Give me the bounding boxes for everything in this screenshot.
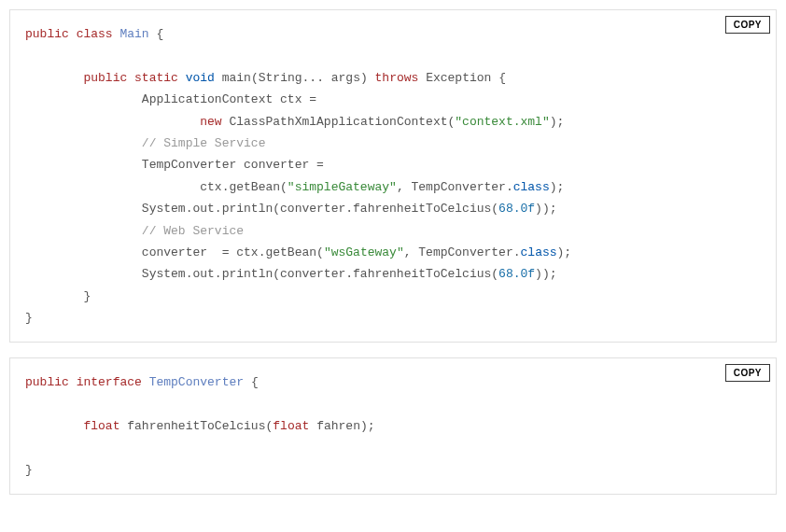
code-block-1: COPY public class Main { public static v…: [9, 9, 777, 343]
indent: [25, 180, 200, 194]
space: [142, 375, 149, 389]
exception-decl: Exception {: [418, 71, 506, 85]
indent: [25, 71, 83, 85]
code-block-2: COPY public interface TempConverter { fl…: [9, 357, 777, 495]
code-blank-line: [10, 438, 776, 459]
copy-button[interactable]: COPY: [725, 364, 770, 382]
code-text: ApplicationContext ctx =: [142, 92, 316, 106]
code-text: System.out.println(converter.fahrenheitT…: [142, 267, 498, 281]
indent: [25, 115, 200, 129]
indent: [25, 224, 142, 238]
code-line: converter = ctx.getBean("wsGateway", Tem…: [10, 242, 776, 263]
class-literal: class: [521, 245, 557, 259]
code-text: TempConverter converter =: [142, 158, 324, 172]
number-literal: 68.0f: [498, 267, 535, 281]
comment: // Simple Service: [142, 136, 266, 150]
code-text: System.out.println(converter.fahrenheitT…: [142, 202, 498, 216]
keyword-interface: interface: [77, 375, 142, 389]
code-line: // Web Service: [10, 220, 776, 242]
code-text: );: [557, 245, 572, 259]
code-text: );: [550, 180, 565, 194]
brace: }: [25, 311, 33, 325]
space: [69, 375, 77, 389]
number-literal: 68.0f: [498, 202, 535, 216]
code-line: public static void main(String... args) …: [10, 67, 776, 89]
indent: [25, 202, 142, 216]
brace: {: [244, 375, 259, 389]
brace: {: [149, 27, 164, 41]
keyword-public: public: [25, 27, 69, 41]
brace: }: [25, 463, 33, 477]
constructor-call: ClassPathXmlApplicationContext(: [229, 115, 455, 129]
class-literal: class: [513, 180, 550, 194]
code-blank-line: [10, 45, 776, 66]
keyword-void: void: [186, 71, 215, 85]
copy-button[interactable]: COPY: [725, 16, 770, 34]
code-text: converter = ctx.getBean(: [142, 245, 324, 259]
keyword-static: static: [134, 71, 178, 85]
interface-name: TempConverter: [149, 375, 244, 389]
code-line: // Simple Service: [10, 133, 776, 154]
string-literal: "simpleGateway": [288, 180, 397, 194]
code-line: public interface TempConverter {: [10, 371, 776, 393]
code-text: ctx.getBean(: [200, 180, 288, 194]
code-line: System.out.println(converter.fahrenheitT…: [10, 263, 776, 285]
space: [215, 71, 222, 85]
code-text: ));: [535, 267, 556, 281]
code-line: }: [10, 286, 776, 307]
space: [309, 419, 316, 433]
keyword-public: public: [25, 375, 69, 389]
code-line: System.out.println(converter.fahrenheitT…: [10, 198, 776, 219]
code-blank-line: [10, 394, 776, 415]
code-text: , TempConverter.: [404, 245, 521, 259]
code-text: );: [550, 115, 565, 129]
space: [127, 71, 134, 85]
indent: [25, 136, 142, 150]
keyword-public: public: [83, 71, 127, 85]
brace: }: [83, 289, 91, 303]
params: (String... args): [251, 71, 375, 85]
code-line: public class Main {: [10, 23, 776, 45]
param-name: fahren);: [316, 419, 374, 433]
indent: [25, 245, 142, 259]
code-line: ctx.getBean("simpleGateway", TempConvert…: [10, 176, 776, 198]
indent: [25, 419, 83, 433]
code-text: ));: [535, 202, 556, 216]
string-literal: "wsGateway": [324, 245, 404, 259]
code-text: , TempConverter.: [397, 180, 513, 194]
code-line: TempConverter converter =: [10, 154, 776, 175]
keyword-float: float: [83, 419, 119, 433]
keyword-class: class: [77, 27, 113, 41]
indent: [25, 158, 142, 172]
indent: [25, 267, 142, 281]
code-line: }: [10, 459, 776, 481]
code-line: ApplicationContext ctx =: [10, 89, 776, 110]
comment: // Web Service: [142, 224, 244, 238]
space: [178, 71, 186, 85]
class-name: Main: [119, 27, 148, 41]
string-literal: "context.xml": [455, 115, 549, 129]
method-name: main: [222, 71, 251, 85]
indent: [25, 92, 142, 106]
method-name: fahrenheitToCelcius: [127, 419, 265, 433]
keyword-throws: throws: [375, 71, 419, 85]
code-line: }: [10, 307, 776, 329]
keyword-float: float: [273, 419, 309, 433]
code-line: float fahrenheitToCelcius(float fahren);: [10, 415, 776, 437]
indent: [25, 289, 83, 303]
code-line: new ClassPathXmlApplicationContext("cont…: [10, 111, 776, 133]
keyword-new: new: [200, 115, 221, 129]
